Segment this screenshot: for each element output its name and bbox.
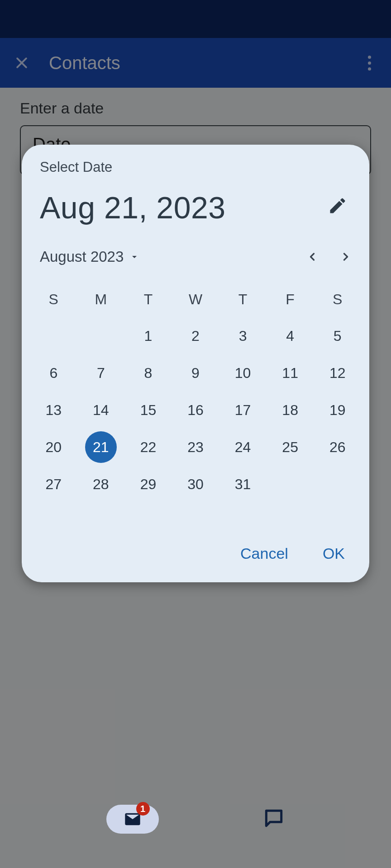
month-nav-bar: August 2023 [22, 233, 369, 275]
weekday-label: M [77, 286, 125, 313]
calendar-week-row: 6789101112 [30, 354, 361, 392]
selected-date-headline: Aug 21, 2023 [40, 190, 328, 225]
calendar-day[interactable]: 3 [219, 317, 267, 354]
calendar-week-row: 13141516171819 [30, 392, 361, 429]
calendar-day[interactable]: 26 [314, 429, 361, 466]
weekday-label: F [267, 286, 314, 313]
calendar-day[interactable]: 4 [267, 317, 314, 354]
weekday-label: W [172, 286, 219, 313]
calendar-day[interactable]: 17 [219, 392, 267, 429]
calendar-day[interactable]: 24 [219, 429, 267, 466]
calendar-day[interactable]: 29 [124, 466, 172, 503]
calendar-day[interactable]: 23 [172, 429, 219, 466]
prev-month-button[interactable] [298, 242, 327, 271]
weekday-label: S [30, 286, 77, 313]
calendar-day[interactable]: 9 [172, 354, 219, 392]
calendar-day[interactable]: 10 [219, 354, 267, 392]
calendar-day[interactable]: 11 [267, 354, 314, 392]
weekday-label: T [219, 286, 267, 313]
weekday-header-row: SMTWTFS [30, 286, 361, 313]
calendar-day[interactable]: 28 [77, 466, 125, 503]
calendar-day[interactable]: 6 [30, 354, 77, 392]
calendar-day[interactable]: 19 [314, 392, 361, 429]
date-picker-dialog: Select Date Aug 21, 2023 August 2023 SMT… [22, 145, 369, 582]
calendar-day[interactable]: 20 [30, 429, 77, 466]
calendar-day[interactable]: 15 [124, 392, 172, 429]
calendar-grid: SMTWTFS 12345678910111213141516171819202… [22, 275, 369, 503]
calendar-day[interactable]: 18 [267, 392, 314, 429]
calendar-day[interactable]: 16 [172, 392, 219, 429]
ok-button[interactable]: OK [316, 539, 351, 568]
chevron-down-icon[interactable] [129, 251, 140, 262]
dialog-actions: Cancel OK [22, 531, 369, 580]
calendar-day[interactable]: 8 [124, 354, 172, 392]
calendar-day[interactable]: 22 [124, 429, 172, 466]
calendar-week-row: 12345 [30, 317, 361, 354]
cancel-button[interactable]: Cancel [234, 539, 295, 568]
calendar-day[interactable]: 21 [77, 429, 125, 466]
calendar-day[interactable]: 5 [314, 317, 361, 354]
calendar-day[interactable]: 1 [124, 317, 172, 354]
calendar-day[interactable]: 12 [314, 354, 361, 392]
calendar-day[interactable]: 13 [30, 392, 77, 429]
calendar-week-row: 2728293031 [30, 466, 361, 503]
dialog-title: Select Date [22, 145, 369, 180]
calendar-day-empty [30, 317, 77, 354]
weekday-label: T [124, 286, 172, 313]
calendar-day[interactable]: 25 [267, 429, 314, 466]
calendar-day[interactable]: 7 [77, 354, 125, 392]
calendar-day[interactable]: 31 [219, 466, 267, 503]
month-year-label[interactable]: August 2023 [40, 248, 124, 265]
weekday-label: S [314, 286, 361, 313]
calendar-day[interactable]: 27 [30, 466, 77, 503]
edit-icon[interactable] [328, 196, 351, 219]
calendar-week-row: 20212223242526 [30, 429, 361, 466]
calendar-day[interactable]: 30 [172, 466, 219, 503]
calendar-day-empty [77, 317, 125, 354]
next-month-button[interactable] [331, 242, 360, 271]
calendar-day[interactable]: 14 [77, 392, 125, 429]
calendar-day[interactable]: 2 [172, 317, 219, 354]
